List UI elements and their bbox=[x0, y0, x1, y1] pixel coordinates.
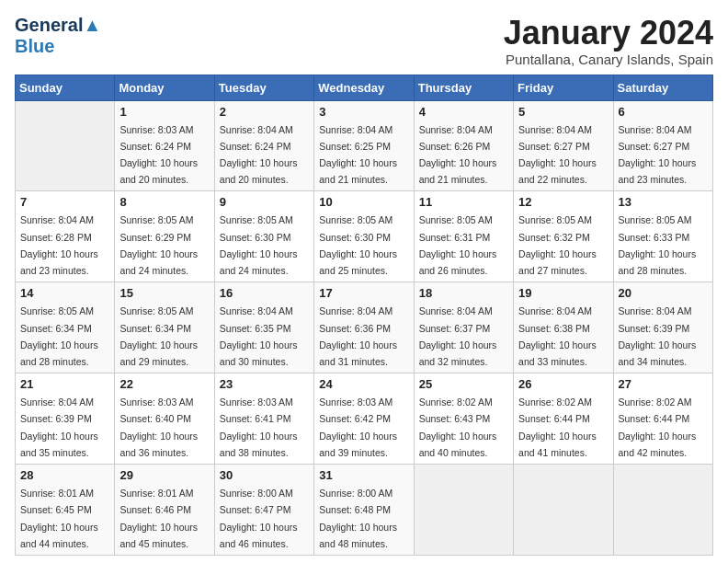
calendar-cell: 21Sunrise: 8:04 AMSunset: 6:39 PMDayligh… bbox=[16, 373, 115, 465]
day-info: Sunrise: 8:05 AMSunset: 6:34 PMDaylight:… bbox=[119, 305, 198, 367]
header-day-saturday: Saturday bbox=[613, 75, 712, 100]
day-info: Sunrise: 8:04 AMSunset: 6:27 PMDaylight:… bbox=[619, 124, 697, 186]
day-number: 2 bbox=[220, 105, 309, 119]
day-info: Sunrise: 8:04 AMSunset: 6:35 PMDaylight:… bbox=[220, 305, 298, 367]
day-info: Sunrise: 8:04 AMSunset: 6:39 PMDaylight:… bbox=[619, 305, 697, 367]
calendar-cell: 12Sunrise: 8:05 AMSunset: 6:32 PMDayligh… bbox=[514, 191, 613, 282]
day-number: 28 bbox=[20, 468, 109, 482]
day-info: Sunrise: 8:03 AMSunset: 6:40 PMDaylight:… bbox=[119, 396, 198, 458]
day-number: 24 bbox=[319, 377, 408, 391]
day-number: 9 bbox=[220, 195, 309, 209]
calendar-cell: 2Sunrise: 8:04 AMSunset: 6:24 PMDaylight… bbox=[214, 100, 313, 191]
logo-general-text: General bbox=[15, 15, 83, 35]
calendar-cell: 9Sunrise: 8:05 AMSunset: 6:30 PMDaylight… bbox=[214, 191, 313, 282]
day-info: Sunrise: 8:05 AMSunset: 6:30 PMDaylight:… bbox=[220, 214, 298, 276]
logo: General▲ Blue bbox=[15, 15, 101, 57]
calendar-cell: 19Sunrise: 8:04 AMSunset: 6:38 PMDayligh… bbox=[514, 282, 613, 373]
header-day-wednesday: Wednesday bbox=[314, 75, 414, 100]
day-number: 5 bbox=[518, 105, 608, 119]
calendar-cell: 4Sunrise: 8:04 AMSunset: 6:26 PMDaylight… bbox=[414, 100, 513, 191]
day-info: Sunrise: 8:05 AMSunset: 6:31 PMDaylight:… bbox=[419, 214, 497, 276]
calendar-cell: 20Sunrise: 8:04 AMSunset: 6:39 PMDayligh… bbox=[613, 282, 712, 373]
day-number: 13 bbox=[619, 195, 708, 209]
day-info: Sunrise: 8:04 AMSunset: 6:37 PMDaylight:… bbox=[419, 305, 497, 367]
day-info: Sunrise: 8:04 AMSunset: 6:24 PMDaylight:… bbox=[220, 124, 298, 186]
calendar-cell bbox=[613, 465, 712, 556]
logo-blue-text: Blue bbox=[15, 36, 54, 56]
calendar-cell: 16Sunrise: 8:04 AMSunset: 6:35 PMDayligh… bbox=[214, 282, 313, 373]
day-number: 19 bbox=[518, 286, 608, 300]
day-number: 17 bbox=[319, 286, 408, 300]
day-number: 25 bbox=[419, 377, 508, 391]
calendar-header-row: SundayMondayTuesdayWednesdayThursdayFrid… bbox=[16, 75, 713, 100]
day-info: Sunrise: 8:04 AMSunset: 6:36 PMDaylight:… bbox=[319, 305, 397, 367]
day-info: Sunrise: 8:04 AMSunset: 6:38 PMDaylight:… bbox=[518, 305, 597, 367]
location-subtitle: Puntallana, Canary Islands, Spain bbox=[504, 52, 713, 67]
day-info: Sunrise: 8:01 AMSunset: 6:45 PMDaylight:… bbox=[20, 488, 98, 549]
calendar-cell: 7Sunrise: 8:04 AMSunset: 6:28 PMDaylight… bbox=[16, 191, 115, 282]
header: General▲ Blue January 2024 Puntallana, C… bbox=[15, 15, 713, 67]
calendar-week-row: 7Sunrise: 8:04 AMSunset: 6:28 PMDaylight… bbox=[16, 191, 713, 282]
day-number: 31 bbox=[319, 468, 408, 482]
calendar-cell: 31Sunrise: 8:00 AMSunset: 6:48 PMDayligh… bbox=[314, 465, 414, 556]
calendar-week-row: 1Sunrise: 8:03 AMSunset: 6:24 PMDaylight… bbox=[16, 100, 713, 191]
day-number: 12 bbox=[518, 195, 608, 209]
day-number: 23 bbox=[220, 377, 309, 391]
day-number: 6 bbox=[619, 105, 708, 119]
header-day-thursday: Thursday bbox=[414, 75, 513, 100]
calendar-cell: 30Sunrise: 8:00 AMSunset: 6:47 PMDayligh… bbox=[214, 465, 313, 556]
day-info: Sunrise: 8:04 AMSunset: 6:26 PMDaylight:… bbox=[419, 124, 497, 186]
calendar-cell: 28Sunrise: 8:01 AMSunset: 6:45 PMDayligh… bbox=[16, 465, 115, 556]
day-info: Sunrise: 8:02 AMSunset: 6:44 PMDaylight:… bbox=[619, 396, 697, 458]
calendar-table: SundayMondayTuesdayWednesdayThursdayFrid… bbox=[15, 75, 713, 556]
day-info: Sunrise: 8:02 AMSunset: 6:44 PMDaylight:… bbox=[518, 396, 597, 458]
calendar-cell bbox=[16, 100, 115, 191]
calendar-week-row: 28Sunrise: 8:01 AMSunset: 6:45 PMDayligh… bbox=[16, 465, 713, 556]
calendar-cell: 10Sunrise: 8:05 AMSunset: 6:30 PMDayligh… bbox=[314, 191, 414, 282]
header-day-monday: Monday bbox=[115, 75, 214, 100]
day-info: Sunrise: 8:05 AMSunset: 6:34 PMDaylight:… bbox=[20, 305, 98, 367]
day-number: 14 bbox=[20, 286, 109, 300]
day-number: 3 bbox=[319, 105, 408, 119]
day-number: 8 bbox=[119, 195, 209, 209]
day-info: Sunrise: 8:02 AMSunset: 6:43 PMDaylight:… bbox=[419, 396, 497, 458]
day-info: Sunrise: 8:04 AMSunset: 6:39 PMDaylight:… bbox=[20, 396, 98, 458]
day-number: 15 bbox=[119, 286, 209, 300]
calendar-cell: 5Sunrise: 8:04 AMSunset: 6:27 PMDaylight… bbox=[514, 100, 613, 191]
day-number: 22 bbox=[119, 377, 209, 391]
title-area: January 2024 Puntallana, Canary Islands,… bbox=[504, 15, 713, 67]
calendar-cell: 17Sunrise: 8:04 AMSunset: 6:36 PMDayligh… bbox=[314, 282, 414, 373]
header-day-sunday: Sunday bbox=[16, 75, 115, 100]
day-number: 26 bbox=[518, 377, 608, 391]
day-number: 11 bbox=[419, 195, 508, 209]
calendar-cell: 18Sunrise: 8:04 AMSunset: 6:37 PMDayligh… bbox=[414, 282, 513, 373]
day-number: 1 bbox=[119, 105, 209, 119]
calendar-week-row: 21Sunrise: 8:04 AMSunset: 6:39 PMDayligh… bbox=[16, 373, 713, 465]
calendar-cell: 26Sunrise: 8:02 AMSunset: 6:44 PMDayligh… bbox=[514, 373, 613, 465]
day-number: 29 bbox=[119, 468, 209, 482]
day-number: 21 bbox=[20, 377, 109, 391]
calendar-cell bbox=[514, 465, 613, 556]
calendar-cell: 8Sunrise: 8:05 AMSunset: 6:29 PMDaylight… bbox=[115, 191, 214, 282]
day-number: 7 bbox=[20, 195, 109, 209]
day-info: Sunrise: 8:05 AMSunset: 6:29 PMDaylight:… bbox=[119, 214, 198, 276]
day-number: 27 bbox=[619, 377, 708, 391]
calendar-cell: 13Sunrise: 8:05 AMSunset: 6:33 PMDayligh… bbox=[613, 191, 712, 282]
calendar-cell: 29Sunrise: 8:01 AMSunset: 6:46 PMDayligh… bbox=[115, 465, 214, 556]
logo-bird-icon: ▲ bbox=[83, 15, 101, 35]
calendar-cell: 22Sunrise: 8:03 AMSunset: 6:40 PMDayligh… bbox=[115, 373, 214, 465]
calendar-cell bbox=[414, 465, 513, 556]
calendar-cell: 1Sunrise: 8:03 AMSunset: 6:24 PMDaylight… bbox=[115, 100, 214, 191]
day-info: Sunrise: 8:00 AMSunset: 6:47 PMDaylight:… bbox=[220, 488, 298, 549]
calendar-cell: 24Sunrise: 8:03 AMSunset: 6:42 PMDayligh… bbox=[314, 373, 414, 465]
calendar-cell: 25Sunrise: 8:02 AMSunset: 6:43 PMDayligh… bbox=[414, 373, 513, 465]
calendar-cell: 23Sunrise: 8:03 AMSunset: 6:41 PMDayligh… bbox=[214, 373, 313, 465]
day-number: 4 bbox=[419, 105, 508, 119]
day-number: 30 bbox=[220, 468, 309, 482]
day-info: Sunrise: 8:04 AMSunset: 6:28 PMDaylight:… bbox=[20, 214, 98, 276]
day-info: Sunrise: 8:03 AMSunset: 6:24 PMDaylight:… bbox=[119, 124, 198, 186]
day-number: 10 bbox=[319, 195, 408, 209]
calendar-cell: 11Sunrise: 8:05 AMSunset: 6:31 PMDayligh… bbox=[414, 191, 513, 282]
calendar-cell: 6Sunrise: 8:04 AMSunset: 6:27 PMDaylight… bbox=[613, 100, 712, 191]
day-info: Sunrise: 8:04 AMSunset: 6:25 PMDaylight:… bbox=[319, 124, 397, 186]
